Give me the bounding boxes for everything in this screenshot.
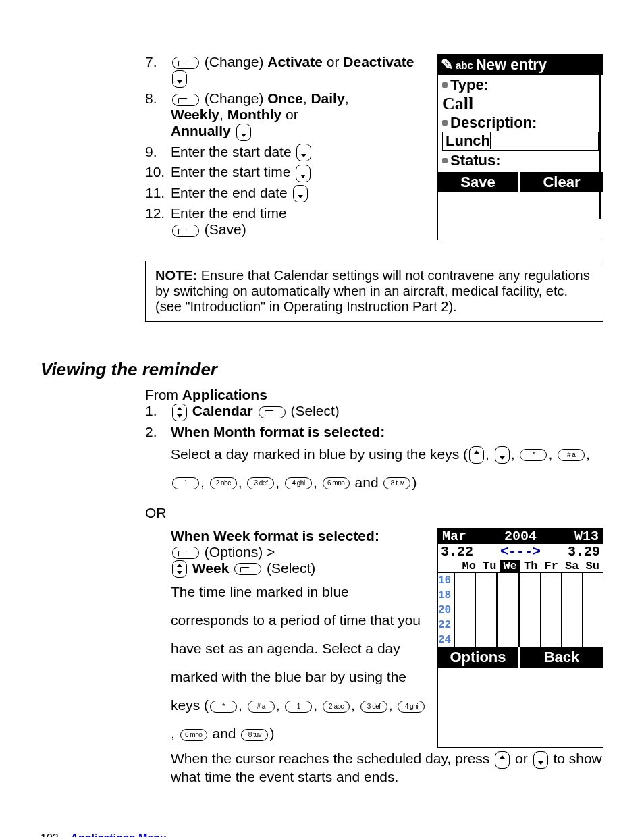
nav-down-icon: [495, 446, 510, 464]
description-input[interactable]: Lunch: [442, 132, 599, 151]
key-1-icon: 1: [285, 701, 312, 713]
phone-title: New entry: [476, 56, 547, 74]
page-footer: 102 Applications Menu: [41, 832, 603, 837]
key-6-icon: 6 mno: [323, 477, 350, 489]
wk-hours: 16 18 20 22 24: [438, 573, 454, 647]
cursor-instruction: When the cursor reaches the scheduled da…: [171, 751, 603, 784]
softkey-save[interactable]: Save: [438, 172, 520, 192]
reminder-step-1: 1. Calendar (Select): [145, 403, 603, 421]
nav-down-icon: [533, 751, 548, 769]
key-8-icon: 8 tuv: [383, 477, 410, 489]
nav-down-icon: [293, 185, 308, 202]
key-1-icon: 1: [172, 477, 199, 489]
type-label: Type:: [450, 76, 489, 94]
step-number: 11.: [145, 185, 171, 201]
status-label: Status:: [450, 152, 501, 169]
nav-down-icon: [296, 165, 311, 182]
footer-title: Applications Menu: [70, 832, 166, 837]
softkey-options[interactable]: Options: [438, 647, 520, 668]
key-8-icon: 8 tuv: [241, 729, 268, 741]
softkey-icon: [172, 547, 199, 559]
softkey-clear[interactable]: Clear: [520, 172, 603, 192]
phone-screenshot-week: Mar 2004 W13 3.22 <---> 3.29 Mo Tu We Th…: [437, 528, 603, 748]
wk-grid: [454, 573, 603, 647]
nav-down-icon: [172, 70, 187, 88]
description-label: Description:: [450, 114, 537, 132]
wk-number: W13: [574, 529, 599, 544]
phone-screenshot-new-entry: abc New entry Type: Call Description: Lu…: [437, 54, 603, 240]
softkey-back[interactable]: Back: [520, 647, 603, 668]
or-separator: OR: [145, 505, 603, 521]
key-hash-icon: # a: [558, 449, 585, 461]
note-label: NOTE:: [155, 268, 197, 283]
key-hash-icon: # a: [248, 701, 275, 713]
section-heading: Viewing the reminder: [41, 359, 603, 380]
from-line: From Applications: [145, 387, 603, 403]
note-box: NOTE: Ensure that Calendar settings will…: [145, 261, 603, 322]
step-12: 12. Enter the end time (Save): [145, 205, 427, 238]
step-number: 9.: [145, 144, 171, 160]
step-8: 8. (Change) Once, Daily, Weekly, Monthly…: [145, 90, 427, 140]
step-9: 9. Enter the start date: [145, 144, 427, 161]
bullet-icon: [442, 82, 448, 88]
nav-down-icon: [236, 124, 251, 141]
pencil-icon: [441, 56, 453, 74]
step-number: 7.: [145, 54, 171, 70]
wk-date-end: 3.29: [568, 544, 600, 560]
step-number: 8.: [145, 90, 171, 107]
key-2-icon: 2 abc: [323, 701, 350, 713]
step-number: 12.: [145, 205, 171, 221]
bullet-icon: [442, 120, 448, 126]
wk-day-row: Mo Tu We Th Fr Sa Su: [438, 560, 603, 573]
step-number: 10.: [145, 164, 171, 180]
wk-year: 2004: [504, 529, 537, 544]
wk-date-start: 3.22: [441, 544, 473, 560]
reminder-step-2: 2. When Month format is selected: Select…: [145, 424, 603, 497]
page-number: 102: [41, 832, 68, 837]
bullet-icon: [442, 158, 448, 163]
key-3-icon: 3 def: [247, 477, 274, 489]
key-3-icon: 3 def: [360, 701, 387, 713]
key-star-icon: *: [210, 701, 237, 713]
note-text: Ensure that Calendar settings will not c…: [155, 268, 590, 314]
wk-arrow: <--->: [500, 544, 541, 560]
key-2-icon: 2 abc: [210, 477, 237, 489]
key-star-icon: *: [520, 449, 547, 461]
nav-down-icon: [296, 144, 311, 161]
nav-up-icon: [495, 751, 510, 769]
softkey-icon: [259, 406, 286, 418]
scrollbar: [599, 74, 601, 219]
step-7: 7. (Change) Activate or Deactivate: [145, 54, 427, 88]
step-11: 11. Enter the end date: [145, 185, 427, 202]
nav-updown-icon: [172, 560, 187, 578]
input-mode: abc: [456, 59, 473, 71]
nav-updown-icon: [172, 404, 187, 421]
softkey-icon: [234, 563, 261, 575]
nav-up-icon: [469, 446, 484, 464]
softkey-icon: [172, 57, 199, 69]
step-10: 10. Enter the start time: [145, 164, 427, 182]
key-4-icon: 4 ghi: [398, 701, 425, 713]
key-6-icon: 6 mno: [180, 729, 207, 741]
month-format-heading: When Month format is selected:: [171, 424, 603, 440]
key-4-icon: 4 ghi: [285, 477, 312, 489]
week-format-heading: When Week format is selected:: [171, 528, 428, 544]
softkey-icon: [172, 94, 199, 106]
type-value: Call: [442, 94, 599, 114]
wk-month: Mar: [442, 529, 466, 544]
softkey-icon: [172, 225, 199, 237]
